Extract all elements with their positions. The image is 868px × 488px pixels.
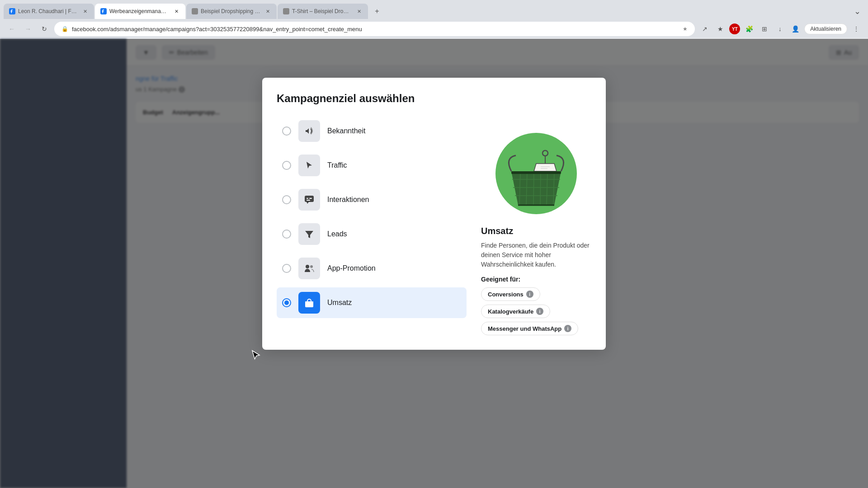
svg-rect-24 (511, 171, 561, 174)
radio-bekanntheit[interactable] (282, 127, 291, 136)
bookmark-button[interactable]: ★ (714, 23, 726, 35)
bekanntheit-label: Bekanntheit (327, 127, 366, 135)
tab4-title: T-Shirt – Beispiel Dropshippi... (292, 8, 352, 14)
radio-traffic[interactable] (282, 161, 291, 170)
share-button[interactable]: ↗ (698, 23, 711, 35)
address-bar[interactable]: 🔒 facebook.com/adsmanager/manage/campaig… (54, 22, 695, 36)
svg-point-4 (306, 265, 309, 268)
tag-messenger-whatsapp[interactable]: Messenger und WhatsApp i (481, 322, 578, 335)
tag-conversions-info[interactable]: i (526, 291, 533, 298)
tab1-close[interactable]: ✕ (81, 8, 89, 15)
geeignet-label: Geeignet für: (481, 276, 591, 283)
tab2-close[interactable]: ✕ (173, 8, 180, 15)
tab1-title: Leon R. Chaudhari | Facebook (18, 8, 78, 14)
campaign-list: Bekanntheit Traffic (277, 116, 467, 335)
umsatz-icon-box (298, 292, 320, 314)
forward-button[interactable]: → (22, 23, 34, 35)
campaign-item-umsatz[interactable]: Umsatz (277, 287, 467, 318)
svg-line-21 (540, 171, 541, 205)
svg-rect-7 (305, 301, 313, 303)
extension-icon-2[interactable]: 🧩 (743, 23, 755, 35)
tab2-title: Werbeanzeigenmanager - Wer... (109, 8, 169, 14)
users-icon (303, 262, 316, 275)
modal-title: Kampagnenziel auswählen (277, 92, 591, 105)
tab-adsmanager[interactable]: Werbeanzeigenmanager - Wer... ✕ (95, 4, 185, 19)
radio-app-promotion[interactable] (282, 264, 291, 273)
radio-umsatz[interactable] (282, 298, 291, 307)
detail-panel: Umsatz Finde Personen, die dein Produkt … (481, 116, 591, 335)
browser-chrome: Leon R. Chaudhari | Facebook ✕ Werbeanze… (0, 0, 868, 39)
svg-rect-2 (309, 198, 312, 199)
address-bar-row: ← → ↻ 🔒 facebook.com/adsmanager/manage/c… (0, 19, 868, 39)
interaktionen-label: Interaktionen (327, 196, 369, 204)
campaign-item-traffic[interactable]: Traffic (277, 150, 467, 181)
update-button[interactable]: Aktualisieren (804, 23, 847, 34)
profile-button[interactable]: 👤 (789, 23, 802, 35)
leads-icon-box (298, 223, 320, 245)
reload-button[interactable]: ↻ (38, 23, 51, 35)
traffic-icon-box (298, 155, 320, 176)
app-promotion-label: App-Promotion (327, 264, 376, 272)
svg-rect-1 (307, 198, 308, 199)
browser-actions: ↗ ★ YT 🧩 ⊞ ↓ 👤 Aktualisieren ⋮ (698, 23, 863, 35)
tab-dropshipping2[interactable]: T-Shirt – Beispiel Dropshippi... ✕ (278, 4, 368, 19)
page-background: ▼ ✏ Bearbeiten ⊞ Au ngne für Traffic us … (0, 39, 868, 488)
extension-icon-3[interactable]: ⊞ (758, 23, 771, 35)
tab-dropshipping1[interactable]: Beispiel Dropshipping Store -... ✕ (186, 4, 277, 19)
extension-icon-4[interactable]: ↓ (774, 23, 786, 35)
tag-messenger-info[interactable]: i (564, 325, 571, 332)
bekanntheit-icon-box (298, 120, 320, 142)
filter-icon (303, 228, 316, 240)
new-tab-button[interactable]: + (371, 5, 383, 18)
tab4-close[interactable]: ✕ (355, 8, 363, 15)
campaign-item-interaktionen[interactable]: Interaktionen (277, 184, 467, 215)
svg-rect-3 (307, 200, 310, 201)
menu-button[interactable]: ⋮ (850, 23, 863, 35)
megaphone-icon (303, 125, 316, 137)
extension-icon-1[interactable]: YT (729, 23, 740, 34)
tab-list-button[interactable]: ⌄ (850, 5, 864, 18)
tab-facebook[interactable]: Leon R. Chaudhari | Facebook ✕ (4, 4, 94, 19)
modal-body: Bekanntheit Traffic (277, 116, 591, 335)
radio-interaktionen[interactable] (282, 195, 291, 204)
interaktionen-icon-box (298, 189, 320, 211)
cursor-icon (303, 159, 316, 172)
traffic-label: Traffic (327, 161, 347, 169)
campaign-item-leads[interactable]: Leads (277, 219, 467, 249)
shopping-bag-icon (303, 296, 316, 309)
tag-katalogverkaufe[interactable]: Katalogverkäufe i (481, 305, 550, 318)
umsatz-illustration (486, 119, 586, 219)
campaign-item-bekanntheit[interactable]: Bekanntheit (277, 116, 467, 146)
svg-rect-0 (305, 196, 314, 202)
campaign-goal-modal: Kampagnenziel auswählen Bekanntheit (262, 78, 606, 350)
umsatz-label: Umsatz (327, 299, 352, 307)
chat-icon (303, 193, 316, 206)
detail-title: Umsatz (481, 226, 591, 236)
app-promotion-icon-box (298, 258, 320, 279)
tab3-title: Beispiel Dropshipping Store -... (201, 8, 260, 14)
tag-katalog-info[interactable]: i (536, 308, 543, 315)
back-button[interactable]: ← (5, 23, 18, 35)
address-text: facebook.com/adsmanager/manage/campaigns… (72, 26, 679, 33)
tab-bar: Leon R. Chaudhari | Facebook ✕ Werbeanze… (0, 0, 868, 19)
radio-leads[interactable] (282, 230, 291, 239)
tag-conversions[interactable]: Conversions i (481, 287, 540, 301)
svg-line-20 (533, 171, 534, 205)
svg-point-5 (310, 265, 313, 268)
tab3-close[interactable]: ✕ (264, 8, 271, 15)
svg-marker-11 (534, 164, 557, 171)
detail-description: Finde Personen, die dein Produkt oder de… (481, 241, 591, 269)
tags-container: Conversions i Katalogverkäufe i Messenge… (481, 287, 591, 335)
leads-label: Leads (327, 230, 347, 238)
campaign-item-app-promotion[interactable]: App-Promotion (277, 253, 467, 284)
